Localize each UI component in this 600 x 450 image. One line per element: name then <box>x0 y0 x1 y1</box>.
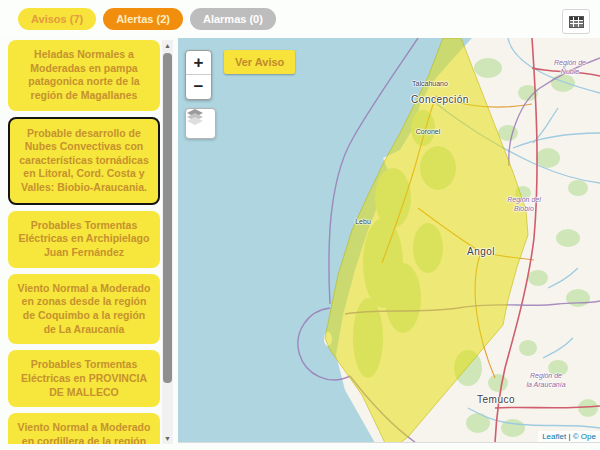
zoom-control: + − <box>185 50 212 100</box>
leaflet-link[interactable]: Leaflet <box>542 432 566 441</box>
city-label: Talcahuano <box>412 80 448 89</box>
sidebar-list: Heladas Normales a Moderadas en pampa pa… <box>8 40 160 444</box>
zoom-out-button[interactable]: − <box>186 75 211 99</box>
map-container[interactable]: TalcahuanoConcepciónCoronelLebuAngolTemu… <box>178 38 600 443</box>
city-label: Temuco <box>477 394 515 407</box>
alert-list-item[interactable]: Heladas Normales a Moderadas en pampa pa… <box>8 40 160 111</box>
region-label: Región de la Araucanía <box>526 372 565 390</box>
layers-button[interactable] <box>185 108 216 139</box>
scrollbar-thumb[interactable] <box>163 53 172 383</box>
alert-list-item[interactable]: Probables Tormentas Eléctricas en Archip… <box>8 211 160 268</box>
alert-list-item[interactable]: Probables Tormentas Eléctricas en PROVIN… <box>8 350 160 407</box>
city-label: Lebu <box>355 218 371 227</box>
layers-icon <box>186 109 204 125</box>
region-label: Región de Ñuble <box>554 59 586 77</box>
alert-list-item[interactable]: Viento Normal a Moderado en cordillera d… <box>8 413 160 444</box>
zoom-in-button[interactable]: + <box>186 51 211 75</box>
attribution-separator: | <box>568 432 570 441</box>
osm-link[interactable]: © Ope <box>573 432 596 441</box>
city-label: Concepción <box>411 94 469 107</box>
city-label: Coronel <box>416 128 441 137</box>
scroll-up-icon[interactable]: ▲ <box>162 40 173 51</box>
city-label: Angol <box>467 246 495 259</box>
map-attribution: Leaflet | © Ope <box>538 431 600 442</box>
header-bar: Avisos (7) Alertas (2) Alarmas (0) <box>0 0 600 38</box>
table-grid-icon <box>569 16 584 28</box>
region-label: Región del Biobío <box>507 196 540 214</box>
table-view-button[interactable] <box>562 9 590 34</box>
alert-app: Avisos (7) Alertas (2) Alarmas (0) Helad… <box>0 0 600 450</box>
tab-avisos[interactable]: Avisos (7) <box>18 8 96 30</box>
alert-list-item[interactable]: Viento Normal a Moderado en zonas desde … <box>8 274 160 345</box>
sidebar-scrollbar[interactable]: ▲ ▼ <box>162 40 173 444</box>
tab-alarmas[interactable]: Alarmas (0) <box>190 8 276 30</box>
alert-tabs: Avisos (7) Alertas (2) Alarmas (0) <box>18 8 276 30</box>
tab-alertas[interactable]: Alertas (2) <box>103 8 183 30</box>
scroll-down-icon[interactable]: ▼ <box>162 433 173 444</box>
ver-aviso-button[interactable]: Ver Aviso <box>224 50 295 74</box>
alert-list-item[interactable]: Probable desarrollo de Nubes Convectivas… <box>8 117 160 205</box>
